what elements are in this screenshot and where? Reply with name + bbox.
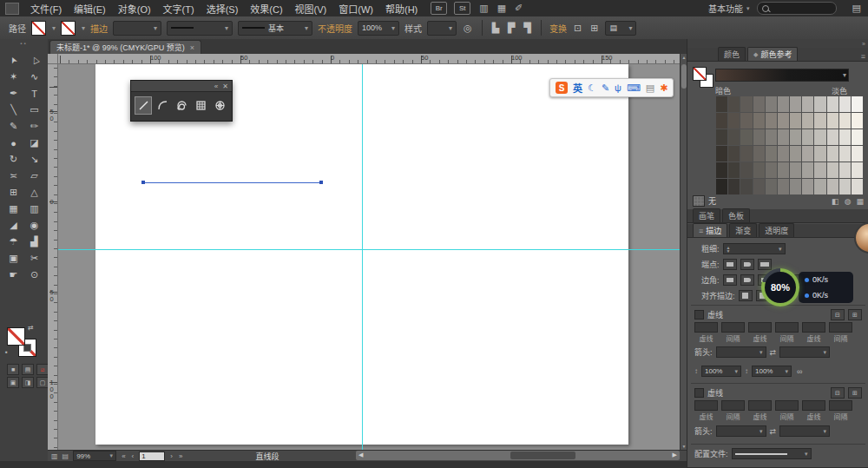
- search-input[interactable]: [773, 3, 828, 14]
- chevron-down-icon[interactable]: ▾: [52, 24, 56, 32]
- dash-input[interactable]: [748, 322, 772, 333]
- line-segment-tool[interactable]: [135, 96, 152, 115]
- round-cap-button[interactable]: [740, 259, 754, 270]
- stepper-icons[interactable]: ▲▼: [727, 246, 731, 253]
- night-mode-icon[interactable]: ☾: [588, 83, 596, 93]
- align-icon[interactable]: ▜: [523, 23, 533, 34]
- selected-line-segment[interactable]: [143, 182, 321, 183]
- color-swatch[interactable]: [814, 179, 825, 194]
- eyedropper-tool[interactable]: ◢: [3, 217, 24, 234]
- transform-link[interactable]: 变换: [549, 22, 567, 35]
- horizontal-guide[interactable]: [58, 249, 680, 250]
- palette-title-bar[interactable]: « ✕: [131, 81, 232, 92]
- anchor-point[interactable]: [141, 181, 145, 184]
- spiral-tool[interactable]: [173, 96, 190, 115]
- status-panel-icon[interactable]: ▤: [62, 452, 69, 460]
- horizontal-scroll-thumb[interactable]: [510, 452, 575, 459]
- color-swatch[interactable]: [728, 113, 740, 129]
- swap-arrowheads-icon[interactable]: ⇄: [770, 427, 777, 436]
- panel-menu-icon[interactable]: ≡: [858, 52, 868, 61]
- zoom-combo[interactable]: 99% ▾: [73, 451, 116, 461]
- pen-tool[interactable]: ✒: [3, 85, 24, 102]
- save-to-swatches-icon[interactable]: ▦: [856, 197, 864, 206]
- swap-arrowheads-icon[interactable]: ⇄: [770, 348, 777, 357]
- opacity-link[interactable]: 不透明度: [318, 22, 352, 35]
- color-swatch[interactable]: [740, 96, 752, 112]
- color-swatch[interactable]: [740, 179, 752, 194]
- color-mode-button[interactable]: ■: [7, 364, 19, 375]
- arrow-scale-end-combo[interactable]: 100% ▾: [752, 366, 792, 377]
- dash-input[interactable]: [721, 400, 745, 411]
- dashed-line-checkbox[interactable]: [694, 388, 704, 398]
- color-swatch[interactable]: [740, 113, 752, 129]
- color-swatch[interactable]: [827, 113, 838, 129]
- arrange-documents-icon[interactable]: ▥: [479, 3, 488, 14]
- tab-gradient[interactable]: 渐变: [729, 223, 757, 237]
- color-swatch[interactable]: [766, 96, 777, 112]
- color-swatch[interactable]: [778, 96, 789, 112]
- color-swatch[interactable]: [790, 179, 801, 194]
- mesh-tool[interactable]: ▦: [3, 201, 24, 217]
- color-swatch[interactable]: [740, 146, 752, 161]
- arrowhead-end-combo[interactable]: ▾: [779, 425, 830, 437]
- link-scales-icon[interactable]: ∞: [797, 367, 802, 376]
- skin-icon[interactable]: ✎: [602, 83, 609, 93]
- dash-input[interactable]: [829, 400, 852, 411]
- color-swatch[interactable]: [790, 113, 801, 129]
- horizontal-scrollbar[interactable]: ◀ ▶: [356, 451, 680, 460]
- hand-tool[interactable]: ☛: [3, 267, 24, 283]
- color-swatch[interactable]: [790, 96, 801, 112]
- arc-tool[interactable]: [154, 96, 171, 115]
- color-swatch[interactable]: [740, 129, 752, 145]
- color-swatch[interactable]: [827, 179, 838, 194]
- isolate-icon[interactable]: ⊡: [572, 23, 583, 34]
- color-swatch[interactable]: [753, 179, 765, 194]
- polar-grid-tool[interactable]: [211, 96, 228, 115]
- screen-mode-button[interactable]: ▢: [36, 377, 49, 388]
- zoom-tool[interactable]: ⊙: [24, 267, 45, 283]
- color-swatch[interactable]: [852, 96, 863, 112]
- color-swatch[interactable]: [753, 146, 765, 161]
- color-swatch[interactable]: [814, 162, 825, 178]
- color-swatch[interactable]: [778, 179, 789, 194]
- color-swatch[interactable]: [814, 96, 825, 112]
- round-join-button[interactable]: [740, 274, 754, 286]
- color-swatch[interactable]: [839, 96, 851, 112]
- color-swatch[interactable]: [802, 162, 813, 178]
- rectangle-tool[interactable]: ▭: [24, 102, 45, 118]
- sogou-logo[interactable]: S: [556, 82, 568, 94]
- color-swatch[interactable]: [814, 129, 825, 145]
- width-profile-combo[interactable]: ▾: [167, 21, 233, 36]
- color-swatch[interactable]: [852, 129, 863, 145]
- arrowhead-start-combo[interactable]: ▾: [716, 425, 766, 437]
- color-swatch[interactable]: [790, 146, 801, 161]
- keyboard-icon[interactable]: ⌨: [627, 83, 641, 93]
- menu-grid-icon[interactable]: ▤: [852, 3, 861, 14]
- color-swatch[interactable]: [802, 129, 813, 145]
- harmony-variations-bar[interactable]: ▾: [715, 69, 849, 82]
- network-speed-box[interactable]: 0K/s 0K/s: [799, 272, 853, 303]
- dash-input[interactable]: [775, 400, 799, 411]
- color-swatch[interactable]: [716, 129, 727, 145]
- color-swatch[interactable]: [778, 162, 789, 178]
- free-transform-tool[interactable]: ▱: [24, 168, 45, 184]
- blob-brush-tool[interactable]: ●: [3, 135, 24, 151]
- group-icon[interactable]: ⊞: [589, 23, 600, 34]
- align-dash-button[interactable]: ⊞: [848, 387, 862, 399]
- tab-color[interactable]: 颜色: [718, 47, 746, 61]
- color-swatch[interactable]: [852, 179, 863, 194]
- color-swatch[interactable]: [802, 146, 813, 161]
- color-swatch[interactable]: [716, 162, 727, 178]
- line-segment-tool[interactable]: ╲: [3, 102, 24, 118]
- color-swatch[interactable]: [852, 162, 863, 178]
- menu-item-1[interactable]: 编辑(E): [68, 0, 112, 16]
- search-box[interactable]: [757, 2, 837, 15]
- draw-normal-button[interactable]: ▣: [7, 377, 19, 388]
- color-swatch[interactable]: [728, 96, 740, 112]
- first-artboard-icon[interactable]: «: [121, 452, 126, 460]
- align-icon[interactable]: ▛: [506, 23, 516, 34]
- dash-input[interactable]: [748, 400, 772, 411]
- arrowhead-end-combo[interactable]: ▾: [779, 346, 830, 358]
- color-swatch[interactable]: [827, 162, 838, 178]
- group-swatch-icon[interactable]: [693, 195, 705, 207]
